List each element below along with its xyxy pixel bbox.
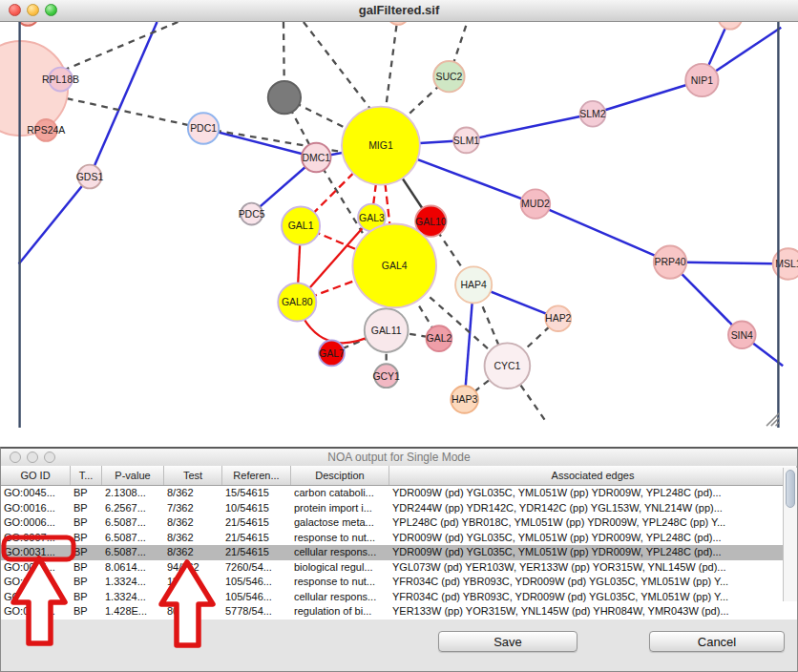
- graph-edge[interactable]: [19, 177, 90, 263]
- node-graynode[interactable]: [268, 81, 301, 114]
- cell-reference: 21/54615: [222, 531, 291, 546]
- table-header-row: GO IDT...P-valueTestReferen...Desciption…: [1, 466, 797, 486]
- column-header-0[interactable]: GO ID: [1, 466, 71, 485]
- cell-go-id: GO:0065...: [1, 560, 71, 576]
- column-header-6[interactable]: Associated edges: [389, 466, 797, 485]
- cell-type: BP: [71, 590, 102, 605]
- graph-edge[interactable]: [670, 262, 788, 264]
- cell-p-value: 6.2567...: [102, 501, 164, 516]
- cell-description: response to nut...: [291, 531, 389, 546]
- node-label: GAL11: [371, 326, 402, 336]
- column-header-5[interactable]: Desciption: [291, 466, 389, 485]
- cell-go-id: GO:0016...: [1, 501, 71, 516]
- noa-table: GO IDT...P-valueTestReferen...Desciption…: [1, 466, 797, 620]
- node-topcut[interactable]: [388, 22, 410, 25]
- column-header-2[interactable]: P-value: [102, 466, 164, 485]
- cell-p-value: 6.5087...: [102, 515, 164, 531]
- cell-associated-edges: YDR244W (pp) YDR142C, YDR142C (pp) YGL15…: [389, 501, 797, 516]
- cell-reference: 21/54615: [222, 545, 291, 560]
- node-label: MIG1: [368, 140, 393, 151]
- node-label: RPL18B: [42, 74, 79, 85]
- cell-go-id: GO:0050...: [1, 604, 71, 620]
- table-row[interactable]: GO:0031...BP6.5087...8/36221/54615cellul…: [1, 545, 797, 560]
- network-window: galFiltered.sif RPL18BRPS24AGDS1PDC1DMC1…: [0, 0, 798, 447]
- table-body: GO:0045...BP2.1308...8/36215/54615carbon…: [1, 486, 797, 620]
- noa-window: NOA output for Single Mode GO IDT...P-va…: [0, 447, 798, 672]
- cell-associated-edges: YDR009W (pd) YGL035C, YML051W (pp) YDR00…: [389, 486, 797, 501]
- column-header-1[interactable]: T...: [71, 466, 102, 485]
- noa-window-titlebar[interactable]: NOA output for Single Mode: [1, 449, 797, 467]
- cell-type: BP: [71, 545, 102, 560]
- node-label: SUC2: [435, 72, 462, 82]
- cell-description: galactose meta...: [291, 515, 389, 531]
- cell-reference: 105/546...: [222, 590, 291, 605]
- graph-edge[interactable]: [304, 22, 373, 113]
- cell-type: BP: [71, 560, 102, 576]
- cell-test: 11/362: [164, 590, 222, 605]
- cell-p-value: 1.3324...: [102, 575, 164, 590]
- node-niptop[interactable]: [719, 22, 743, 30]
- cell-go-id: GO:0006...: [1, 515, 71, 531]
- cell-description: regulation of bi...: [291, 604, 389, 620]
- node-label: GAL80: [282, 297, 313, 307]
- cell-type: BP: [71, 531, 102, 546]
- node-label: GDS1: [76, 172, 104, 182]
- cell-test: 7/362: [164, 501, 222, 516]
- window-title: NOA output for Single Mode: [1, 451, 797, 464]
- cancel-button[interactable]: Cancel: [649, 631, 785, 652]
- table-row[interactable]: GO:0007...BP6.5087...8/36221/54615respon…: [1, 531, 797, 546]
- table-scrollbar[interactable]: [783, 468, 797, 601]
- cell-type: BP: [71, 575, 102, 590]
- cell-go-id: GO:0031...: [1, 590, 71, 605]
- graph-edge[interactable]: [386, 22, 398, 111]
- cell-reference: 21/54615: [222, 515, 291, 531]
- node-label: DMC1: [302, 153, 330, 163]
- cell-associated-edges: YDR009W (pd) YGL035C, YML051W (pp) YDR00…: [389, 545, 797, 560]
- table-row[interactable]: GO:0065...BP8.0614...94/3627260/54...bio…: [1, 560, 797, 576]
- scrollbar-thumb[interactable]: [786, 470, 795, 508]
- cell-associated-edges: YPL248C (pd) YBR018C, YML051W (pp) YDR00…: [389, 515, 797, 531]
- node-label: CYC1: [494, 361, 520, 371]
- node-label: HAP2: [545, 313, 572, 324]
- cell-associated-edges: YFR034C (pd) YBR093C, YDR009W (pd) YGL03…: [389, 575, 797, 590]
- cell-associated-edges: YDR009W (pd) YGL035C, YML051W (pp) YDR00…: [389, 531, 797, 546]
- network-canvas[interactable]: RPL18BRPS24AGDS1PDC1DMC1MIG1SUC2SLM1SLM2…: [0, 22, 798, 448]
- cell-reference: 5778/54...: [222, 604, 291, 620]
- table-row[interactable]: GO:0050...BP1.428E...80/3625778/54...reg…: [1, 604, 797, 620]
- cell-p-value: 2.1308...: [102, 486, 164, 501]
- cell-test: 8/362: [164, 545, 222, 560]
- graph-edge[interactable]: [203, 129, 353, 155]
- cell-type: BP: [71, 515, 102, 531]
- cell-description: biological regul...: [291, 560, 389, 576]
- column-header-4[interactable]: Referen...: [222, 466, 291, 485]
- screen: galFiltered.sif RPL18BRPS24AGDS1PDC1DMC1…: [0, 0, 798, 672]
- network-window-titlebar[interactable]: galFiltered.sif: [0, 0, 798, 22]
- save-button[interactable]: Save: [438, 631, 578, 652]
- cell-description: protein import i...: [291, 501, 389, 516]
- table-row[interactable]: GO:0031...BP1.3324...11/362105/546...res…: [1, 575, 797, 590]
- cell-type: BP: [71, 501, 102, 516]
- node-label: GAL2: [427, 333, 452, 344]
- table-row[interactable]: GO:0016...BP6.2567...7/36210/54615protei…: [1, 501, 797, 516]
- node-label: MUD2: [521, 199, 550, 209]
- cell-go-id: GO:0031...: [1, 575, 71, 590]
- node-label: PRP40: [654, 257, 685, 267]
- table-row[interactable]: GO:0006...BP6.5087...8/36221/54615galact…: [1, 515, 797, 531]
- table-row[interactable]: GO:0031...BP1.3324...11/362105/546...cel…: [1, 590, 797, 605]
- graph-edge[interactable]: [203, 129, 316, 158]
- node-label: GAL4: [382, 261, 408, 271]
- graph-edge[interactable]: [467, 114, 593, 140]
- cell-test: 80/362: [164, 604, 222, 620]
- table-row[interactable]: GO:0045...BP2.1308...8/36215/54615carbon…: [1, 486, 797, 501]
- node-label: SLM2: [579, 109, 606, 119]
- graph-edge[interactable]: [536, 204, 670, 262]
- cell-type: BP: [71, 604, 102, 620]
- cell-p-value: 8.0614...: [102, 560, 164, 576]
- cell-p-value: 1.428E...: [102, 604, 164, 620]
- column-header-3[interactable]: Test: [164, 466, 222, 485]
- cell-associated-edges: YGL073W (pd) YER103W, YER133W (pp) YOR31…: [389, 560, 797, 576]
- cell-associated-edges: YER133W (pp) YOR315W, YNL145W (pd) YHR08…: [389, 604, 797, 620]
- node-label: PDC5: [239, 209, 265, 220]
- node-label: HAP3: [452, 394, 478, 405]
- cell-test: 8/362: [164, 515, 222, 531]
